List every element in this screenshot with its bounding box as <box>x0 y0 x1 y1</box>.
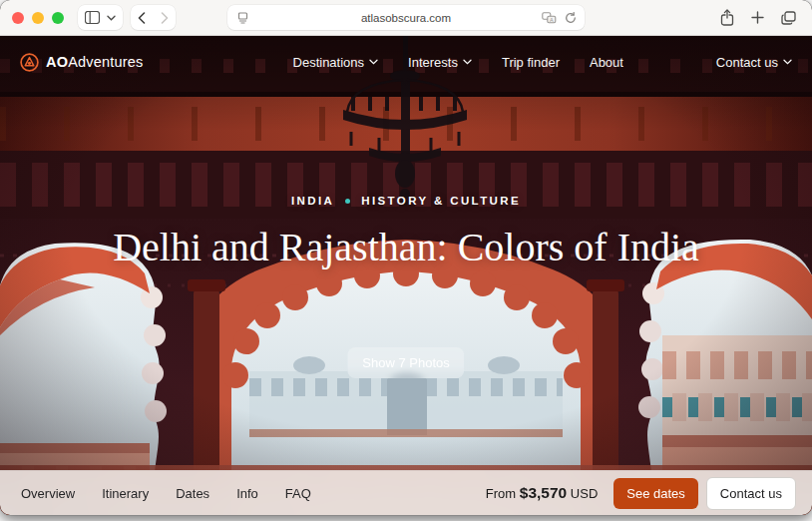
hero-content: INDIA HISTORY & CULTURE Delhi and Rajast… <box>0 191 812 269</box>
chevron-down-icon <box>369 59 378 65</box>
page-title: Delhi and Rajasthan: Colors of India <box>87 225 725 269</box>
breadcrumb-dot <box>345 199 350 204</box>
contact-us-button[interactable]: Contact us <box>706 477 796 510</box>
browser-window: atlasobscura.com A <box>0 0 812 515</box>
nav-item-about[interactable]: About <box>590 55 623 70</box>
price-prefix: From <box>486 486 516 501</box>
nav-item-label: About <box>590 55 623 70</box>
translate-icon[interactable]: A <box>542 12 557 24</box>
price-currency: USD <box>571 486 598 501</box>
sidebar-chevron-down-icon[interactable] <box>107 15 116 21</box>
back-icon[interactable] <box>138 12 146 24</box>
forward-icon[interactable] <box>161 12 169 24</box>
nav-menu: Destinations Interests Trip finder About <box>293 55 623 70</box>
window-controls <box>12 12 64 24</box>
svg-text:A: A <box>550 16 554 22</box>
nav-item-label: Trip finder <box>502 55 560 70</box>
trip-bar: Overview Itinerary Dates Info FAQ From $… <box>0 470 812 515</box>
site-navigation: AOAdventures Destinations Interests Trip… <box>0 36 812 88</box>
tab-faq[interactable]: FAQ <box>285 486 311 501</box>
page-viewport: AOAdventures Destinations Interests Trip… <box>0 36 812 515</box>
tab-overview[interactable]: Overview <box>21 486 75 501</box>
chevron-down-icon <box>463 59 472 65</box>
tabs-overview-icon[interactable] <box>781 11 796 25</box>
close-window-button[interactable] <box>12 12 24 24</box>
sidebar-icon[interactable] <box>85 11 100 24</box>
address-bar[interactable]: atlasobscura.com A <box>227 5 585 30</box>
url-text: atlasobscura.com <box>361 12 451 24</box>
show-photos-button[interactable]: Show 7 Photos <box>347 347 464 378</box>
nav-contact-us[interactable]: Contact us <box>716 55 792 70</box>
nav-item-destinations[interactable]: Destinations <box>293 55 379 70</box>
logo-bold: AO <box>46 54 68 70</box>
nav-item-interests[interactable]: Interests <box>408 55 472 70</box>
tab-dates[interactable]: Dates <box>176 486 209 501</box>
site-logo-text: AOAdventures <box>46 54 144 70</box>
breadcrumb: INDIA HISTORY & CULTURE <box>291 195 521 207</box>
breadcrumb-region[interactable]: INDIA <box>291 195 334 207</box>
nav-item-label: Contact us <box>716 55 778 70</box>
logo-rest: Adventures <box>68 54 143 70</box>
ao-logo-icon <box>20 53 39 72</box>
history-navigation <box>131 5 176 30</box>
new-tab-icon[interactable] <box>751 11 764 24</box>
toolbar-actions <box>720 9 800 26</box>
nav-item-label: Interests <box>408 55 458 70</box>
hero-image <box>0 36 812 515</box>
price-amount: $3,570 <box>520 484 567 501</box>
nav-item-label: Destinations <box>293 55 365 70</box>
reader-icon[interactable] <box>236 12 249 24</box>
price: From $3,570 USD <box>486 484 598 502</box>
browser-titlebar: atlasobscura.com A <box>0 0 812 36</box>
chevron-down-icon <box>783 59 792 65</box>
trip-actions: From $3,570 USD See dates Contact us <box>486 477 796 510</box>
zoom-window-button[interactable] <box>52 12 64 24</box>
share-icon[interactable] <box>720 9 734 26</box>
nav-item-trip-finder[interactable]: Trip finder <box>502 55 560 70</box>
reload-icon[interactable] <box>565 12 577 24</box>
minimize-window-button[interactable] <box>32 12 44 24</box>
tab-itinerary[interactable]: Itinerary <box>102 486 149 501</box>
breadcrumb-category[interactable]: HISTORY & CULTURE <box>361 195 521 207</box>
trip-tabs: Overview Itinerary Dates Info FAQ <box>16 486 311 501</box>
tab-info[interactable]: Info <box>236 486 258 501</box>
site-logo[interactable]: AOAdventures <box>20 53 144 72</box>
sidebar-controls <box>78 5 123 30</box>
see-dates-button[interactable]: See dates <box>613 478 698 509</box>
